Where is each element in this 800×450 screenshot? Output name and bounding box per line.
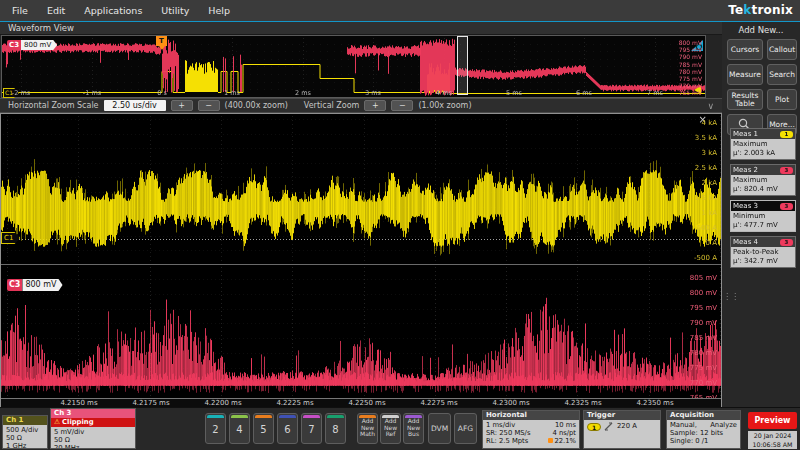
- current-trace-canvas[interactable]: [1, 114, 721, 264]
- overview-x-label: -2 ms: [6, 89, 36, 97]
- tektronix-logo: Tektronix: [728, 3, 793, 17]
- ch3-badge[interactable]: Ch 3 ⚠Clipping 5 mV/div 50 Ω 20 MHz: [50, 408, 136, 449]
- overview-x-label: 0 s: [147, 89, 177, 97]
- measurement-type: Minimum: [733, 212, 793, 221]
- sidebar-button-callout[interactable]: Callout: [767, 39, 797, 60]
- menu-item-utility[interactable]: Utility: [161, 5, 189, 16]
- dvm-button[interactable]: DVM: [428, 413, 451, 444]
- menu-item-file[interactable]: File: [12, 5, 28, 16]
- add-new-ref-button[interactable]: AddNewRef: [380, 413, 401, 444]
- current-axis-label: 3 kA: [701, 149, 717, 158]
- overview-ch3-badge[interactable]: C3 800 mV: [7, 40, 57, 50]
- logo-text: Te: [728, 3, 743, 17]
- channel-button-8[interactable]: 8: [325, 413, 346, 444]
- ch1-badge[interactable]: Ch 1 500 A/div 50 Ω 1 GHz: [2, 415, 48, 449]
- channel-button-2[interactable]: 2: [205, 413, 226, 444]
- overview-canvas[interactable]: [2, 36, 705, 97]
- h-position-value: 22.1%: [554, 437, 576, 445]
- button-label-line: Ref: [381, 431, 400, 438]
- channel-button-5[interactable]: 5: [253, 413, 274, 444]
- measurement-header: Meas 33: [731, 201, 795, 211]
- overview-y-label: 775 mV: [679, 75, 702, 82]
- ch3-scale: 5 mV/div: [54, 428, 132, 436]
- zoom-scale-bar: Horizontal Zoom Scale 2.50 us/div + − (4…: [0, 98, 722, 113]
- voltage-trace-slice[interactable]: C3 800 mV 805 mV800 mV795 mV790 mV785 mV…: [1, 264, 721, 398]
- oscilloscope-app: FileEditApplicationsUtilityHelp Tektroni…: [0, 0, 800, 450]
- measurement-panel[interactable]: Meas 33Minimumµ': 477.7 mV: [730, 200, 796, 232]
- ch1-scale: 500 A/div: [6, 426, 44, 434]
- measurement-value: µ': 2.003 kA: [733, 149, 793, 158]
- overview-y-label: 795 mV: [679, 46, 702, 53]
- sidebar-button-plot[interactable]: Plot: [767, 89, 797, 110]
- clipping-warning: ⚠Clipping: [51, 418, 135, 427]
- menu-item-help[interactable]: Help: [208, 5, 230, 16]
- time-axis-label: 4.2175 ms: [129, 399, 173, 407]
- channel-number: 5: [254, 424, 273, 435]
- ch3-scale: 800 mV: [22, 279, 62, 291]
- bottom-settings-bar: Ch 1 500 A/div 50 Ω 1 GHz Ch 3 ⚠Clipping…: [0, 407, 800, 450]
- sidebar-drag-handle[interactable]: ⋮⋮: [723, 294, 739, 299]
- sidebar-button-search[interactable]: Search: [767, 64, 797, 85]
- measurement-panel[interactable]: Meas 23Maximumµ': 820.4 mV: [730, 164, 796, 196]
- trigger-panel[interactable]: Trigger 1 220 A: [583, 410, 661, 449]
- trigger-settings: 1 220 A: [584, 420, 660, 448]
- datetime-display: 20 Jan 2024 10:06:58 AM: [748, 431, 797, 449]
- v-zoom-plus-button[interactable]: +: [364, 100, 386, 111]
- measurement-panel[interactable]: Meas 11Maximumµ': 2.003 kA: [730, 128, 796, 160]
- overview-y-label: 800 mV: [679, 39, 702, 46]
- add-new-math-button[interactable]: AddNewMath: [357, 413, 378, 444]
- h-zoom-plus-button[interactable]: +: [171, 100, 193, 111]
- horizontal-panel[interactable]: Horizontal 1 ms/div10 ms SR: 250 MS/s4 n…: [482, 410, 580, 449]
- h-zoom-minus-button[interactable]: −: [198, 100, 220, 111]
- channel-button-4[interactable]: 4: [229, 413, 250, 444]
- ch1-name: Ch 1: [3, 416, 47, 425]
- ch3-impedance: 50 Ω: [54, 436, 132, 444]
- voltage-axis-label: 795 mV: [690, 304, 717, 313]
- voltage-axis-label: 790 mV: [690, 319, 717, 328]
- current-trace-slice[interactable]: C1 × 4 kA3.5 kA3 kA2.5 kA2 kA1.5 kA1 kA5…: [1, 114, 721, 264]
- channel-color-stripe: [255, 415, 272, 418]
- zoom-selection-window[interactable]: [457, 36, 468, 95]
- sidebar-button-cursors[interactable]: Cursors: [727, 39, 763, 60]
- sidebar-button-results-table[interactable]: Results Table: [727, 89, 763, 110]
- h-position: 22.1%: [548, 437, 576, 445]
- measurement-source-badge: 1: [780, 131, 793, 138]
- current-axis-label: -500 A: [694, 254, 717, 263]
- channel-number: 2: [206, 424, 225, 435]
- channel-button-6[interactable]: 6: [277, 413, 298, 444]
- measurement-source-badge: 3: [780, 167, 793, 174]
- menu-bar: FileEditApplicationsUtilityHelp Tektroni…: [0, 0, 800, 21]
- measurement-name: Meas 4: [733, 238, 758, 246]
- sidebar-button-measure[interactable]: Measure: [727, 64, 763, 85]
- h-zoom-scale-input[interactable]: 2.50 us/div: [104, 100, 166, 111]
- add-new-bus-button[interactable]: AddNewBus: [403, 413, 424, 444]
- menu-item-edit[interactable]: Edit: [47, 5, 65, 16]
- measurement-list: Meas 11Maximumµ': 2.003 kAMeas 23Maximum…: [730, 128, 796, 268]
- trigger-level-value: 220 A: [617, 422, 637, 430]
- collapse-chevron-icon[interactable]: ∨: [707, 101, 714, 111]
- measurement-source-badge: 3: [780, 239, 793, 246]
- ch1-impedance: 50 Ω: [6, 434, 44, 442]
- trigger-flag-icon[interactable]: T: [156, 36, 167, 46]
- measurement-body: Minimumµ': 477.7 mV: [731, 211, 795, 231]
- acq-mode: Manual,: [670, 421, 697, 429]
- measurement-panel[interactable]: Meas 43Peak-to-Peakµ': 342.7 mV: [730, 236, 796, 268]
- ch1-bandwidth: 1 GHz: [6, 442, 44, 449]
- preview-button[interactable]: Preview: [748, 412, 797, 429]
- acquisition-panel[interactable]: Acquisition Manual,Analyze Sample: 12 bi…: [666, 410, 741, 449]
- h-record-length: RL: 2.5 Mpts: [486, 437, 528, 445]
- channel-button-7[interactable]: 7: [301, 413, 322, 444]
- menu-item-applications[interactable]: Applications: [84, 5, 142, 16]
- v-zoom-minus-button[interactable]: −: [391, 100, 413, 111]
- current-axis-label: 1 kA: [701, 209, 717, 218]
- h-sample-rate: SR: 250 MS/s: [486, 429, 530, 437]
- slice-ch3-badge[interactable]: C3 800 mV: [7, 279, 63, 291]
- v-zoom-factor: (1.00x zoom): [418, 101, 471, 110]
- afg-button[interactable]: AFG: [454, 413, 477, 444]
- acq-analyze: Analyze: [710, 421, 737, 429]
- overview-x-label: 4 ms: [429, 89, 459, 97]
- voltage-trace-canvas[interactable]: [1, 265, 721, 397]
- trigger-source-badge: 1: [587, 423, 601, 431]
- overview-waveform-panel[interactable]: C3 800 mV T C1 -2 ms-1 ms0 s1 ms2 ms3 ms…: [1, 35, 706, 98]
- tab-waveform-view[interactable]: Waveform View: [0, 22, 722, 35]
